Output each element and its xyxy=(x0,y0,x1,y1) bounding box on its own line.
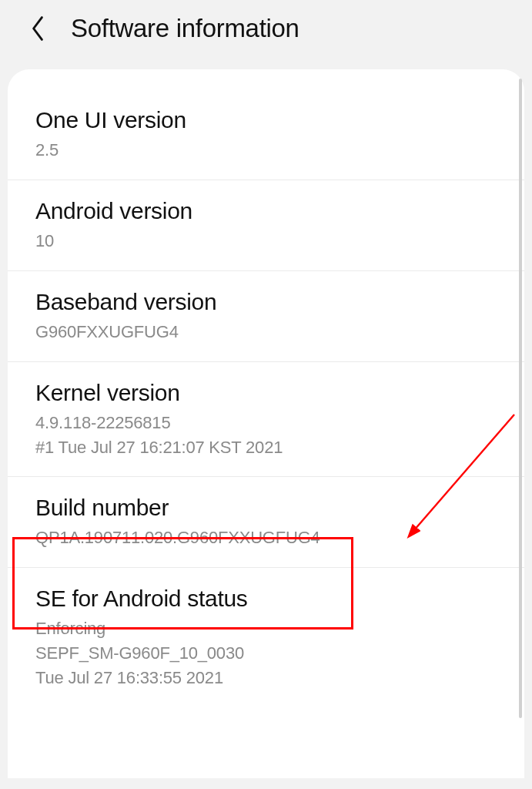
item-value: QP1A.190711.020.G960FXXUGFUG4 xyxy=(35,525,500,550)
item-one-ui-version[interactable]: One UI version 2.5 xyxy=(8,89,524,180)
item-value: G960FXXUGFUG4 xyxy=(35,320,500,344)
back-icon[interactable] xyxy=(28,18,48,39)
item-title: Baseband version xyxy=(35,287,500,317)
item-kernel-version[interactable]: Kernel version 4.9.118-22256815 #1 Tue J… xyxy=(8,362,524,478)
page-title: Software information xyxy=(71,14,299,43)
scrollbar-thumb[interactable] xyxy=(519,79,522,718)
settings-panel: One UI version 2.5 Android version 10 Ba… xyxy=(8,69,524,778)
item-title: One UI version xyxy=(35,105,500,135)
item-title: Kernel version xyxy=(35,378,500,408)
item-build-number[interactable]: Build number QP1A.190711.020.G960FXXUGFU… xyxy=(8,477,524,568)
item-title: Build number xyxy=(35,492,500,522)
item-se-for-android-status[interactable]: SE for Android status Enforcing SEPF_SM-… xyxy=(8,568,524,707)
item-value: Enforcing SEPF_SM-G960F_10_0030 Tue Jul … xyxy=(35,616,500,690)
item-value: 10 xyxy=(35,229,500,253)
app-header: Software information xyxy=(0,0,532,62)
scrollbar[interactable] xyxy=(519,79,522,769)
item-value: 2.5 xyxy=(35,138,500,163)
item-title: Android version xyxy=(35,196,500,226)
item-android-version[interactable]: Android version 10 xyxy=(8,180,524,271)
item-title: SE for Android status xyxy=(35,583,500,613)
item-value: 4.9.118-22256815 #1 Tue Jul 27 16:21:07 … xyxy=(35,411,500,460)
item-baseband-version[interactable]: Baseband version G960FXXUGFUG4 xyxy=(8,271,524,362)
